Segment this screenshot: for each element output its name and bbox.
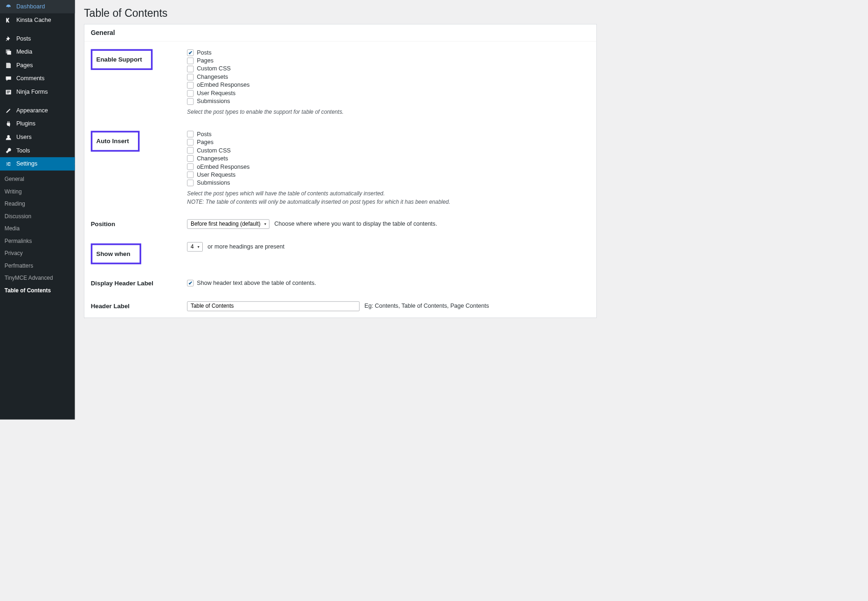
header-label-input[interactable]	[187, 301, 359, 311]
svg-rect-3	[7, 90, 10, 91]
nav-item-kinsta-cache[interactable]: Kinsta Cache	[0, 14, 75, 27]
sub-item-permalinks[interactable]: Permalinks	[0, 235, 75, 248]
enable-support-checkbox-pages[interactable]	[187, 57, 193, 64]
svg-point-0	[8, 6, 9, 7]
auto-insert-label: Auto Insert	[91, 131, 140, 152]
media-icon	[5, 48, 13, 55]
dashboard-icon	[5, 3, 13, 10]
sub-item-writing[interactable]: Writing	[0, 186, 75, 198]
auto-insert-checkbox-posts[interactable]	[187, 131, 193, 138]
nav-item-pages[interactable]: Pages	[0, 59, 75, 72]
nav-item-comments[interactable]: Comments	[0, 72, 75, 85]
panel-heading: General	[84, 24, 597, 41]
header-label-eg: Eg: Contents, Table of Contents, Page Co…	[365, 303, 489, 309]
enable-support-checkbox-oembed-responses[interactable]	[187, 82, 193, 89]
enable-support-desc: Select the post types to enable the supp…	[187, 108, 591, 117]
enable-support-checkbox-submissions[interactable]	[187, 98, 193, 104]
nav-item-dashboard[interactable]: Dashboard	[0, 0, 75, 14]
display-header-label-label: Display Header Label	[91, 280, 153, 287]
sub-item-media[interactable]: Media	[0, 222, 75, 235]
display-header-text: Show header text above the table of cont…	[197, 280, 316, 287]
enable-support-label-pages: Pages	[197, 57, 214, 64]
svg-rect-4	[7, 91, 10, 92]
enable-support-label-user-requests: User Requests	[197, 90, 235, 97]
auto-insert-desc: Select the post types which will have th…	[187, 190, 591, 207]
nav-item-settings[interactable]: Settings	[0, 157, 75, 171]
position-label: Position	[91, 221, 115, 228]
tools-icon	[5, 147, 13, 154]
sub-item-table-of-contents[interactable]: Table of Contents	[0, 284, 75, 297]
svg-point-1	[8, 52, 9, 53]
admin-sidebar: DashboardKinsta CachePostsMediaPagesComm…	[0, 0, 75, 420]
auto-insert-checkbox-submissions[interactable]	[187, 180, 193, 186]
sub-item-discussion[interactable]: Discussion	[0, 210, 75, 223]
auto-insert-checkbox-custom-css[interactable]	[187, 147, 193, 153]
nav-item-media[interactable]: Media	[0, 45, 75, 59]
auto-insert-label-posts: Posts	[197, 131, 211, 138]
sub-item-perfmatters[interactable]: Perfmatters	[0, 260, 75, 272]
nav-item-plugins[interactable]: Plugins	[0, 117, 75, 131]
auto-insert-label-custom-css: Custom CSS	[197, 147, 231, 154]
auto-insert-label-oembed-responses: oEmbed Responses	[197, 163, 249, 170]
position-hint: Choose where where you want to display t…	[274, 221, 437, 227]
enable-support-label-oembed-responses: oEmbed Responses	[197, 82, 249, 89]
sub-item-privacy[interactable]: Privacy	[0, 247, 75, 260]
nav-item-ninja-forms[interactable]: Ninja Forms	[0, 85, 75, 99]
nav-item-tools[interactable]: Tools	[0, 144, 75, 158]
page-title: Table of Contents	[84, 0, 597, 24]
show-when-suffix: or more headings are present	[207, 243, 284, 250]
auto-insert-checkbox-user-requests[interactable]	[187, 172, 193, 178]
sub-item-general[interactable]: General	[0, 173, 75, 186]
enable-support-checkbox-posts[interactable]	[187, 49, 193, 56]
comments-icon	[5, 76, 13, 82]
appearance-icon	[5, 107, 13, 114]
sub-item-tinymce-advanced[interactable]: TinyMCE Advanced	[0, 272, 75, 285]
settings-icon	[5, 160, 13, 167]
auto-insert-label-changesets: Changesets	[197, 155, 228, 162]
display-header-checkbox[interactable]	[187, 280, 193, 286]
show-when-select[interactable]: 4	[187, 242, 203, 251]
enable-support-label-posts: Posts	[197, 49, 211, 56]
enable-support-label-custom-css: Custom CSS	[197, 65, 231, 72]
auto-insert-label-submissions: Submissions	[197, 180, 230, 187]
plugins-icon	[5, 121, 13, 127]
pages-icon	[5, 62, 13, 69]
main-content: Table of Contents General Enable Support…	[75, 0, 606, 420]
auto-insert-checkbox-pages[interactable]	[187, 139, 193, 145]
settings-panel: General Enable Support PostsPagesCustom …	[84, 24, 597, 318]
pin-icon	[5, 35, 13, 42]
nav-item-appearance[interactable]: Appearance	[0, 104, 75, 117]
users-icon	[5, 134, 13, 140]
svg-point-6	[7, 135, 10, 138]
sub-item-reading[interactable]: Reading	[0, 198, 75, 210]
enable-support-checkbox-user-requests[interactable]	[187, 90, 193, 97]
nav-item-users[interactable]: Users	[0, 131, 75, 144]
nav-item-posts[interactable]: Posts	[0, 32, 75, 45]
kinsta-icon	[5, 17, 13, 23]
auto-insert-checkbox-oembed-responses[interactable]	[187, 163, 193, 170]
position-select[interactable]: Before first heading (default)	[187, 219, 269, 228]
forms-icon	[5, 89, 13, 95]
auto-insert-label-user-requests: User Requests	[197, 171, 235, 178]
auto-insert-label-pages: Pages	[197, 139, 214, 146]
enable-support-checkbox-changesets[interactable]	[187, 74, 193, 80]
auto-insert-checkbox-changesets[interactable]	[187, 155, 193, 162]
enable-support-label-changesets: Changesets	[197, 74, 228, 81]
svg-rect-5	[7, 93, 9, 93]
enable-support-label-submissions: Submissions	[197, 98, 230, 105]
enable-support-checkbox-custom-css[interactable]	[187, 66, 193, 72]
enable-support-label: Enable Support	[91, 49, 153, 70]
show-when-label: Show when	[91, 243, 141, 264]
header-label-label: Header Label	[91, 303, 130, 310]
